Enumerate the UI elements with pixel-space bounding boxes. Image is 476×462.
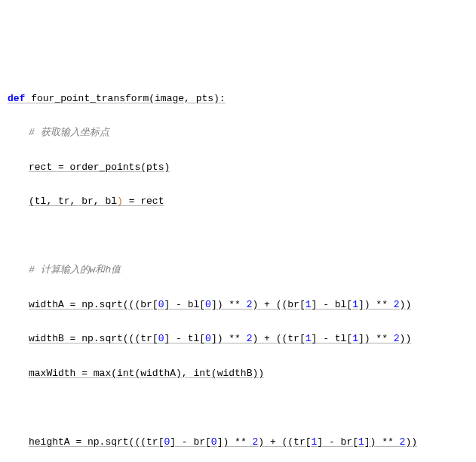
blank-line [8,228,468,245]
line-comment: # 计算输入的w和h值 [29,262,468,279]
blank-line [8,399,468,417]
line-code: rect = order_points(pts) [29,159,468,177]
line-code: widthB = np.sqrt(((tr[0] - tl[0]) ** 2) … [29,331,468,348]
line-code: heightA = np.sqrt(((tr[0] - br[0]) ** 2)… [29,434,468,451]
line-def: def four_point_transform(image, pts): [8,91,468,108]
line-comment: # 获取输入坐标点 [29,125,468,142]
keyword-def: def [8,93,25,104]
line-code: maxWidth = max(int(widthA), int(widthB)) [29,365,468,383]
func-signature: four_point_transform(image, pts): [25,93,225,104]
code-block: def four_point_transform(image, pts): # … [8,73,468,462]
line-code: (tl, tr, br, bl) = rect [29,193,468,211]
line-code: widthA = np.sqrt(((br[0] - bl[0]) ** 2) … [29,297,468,314]
